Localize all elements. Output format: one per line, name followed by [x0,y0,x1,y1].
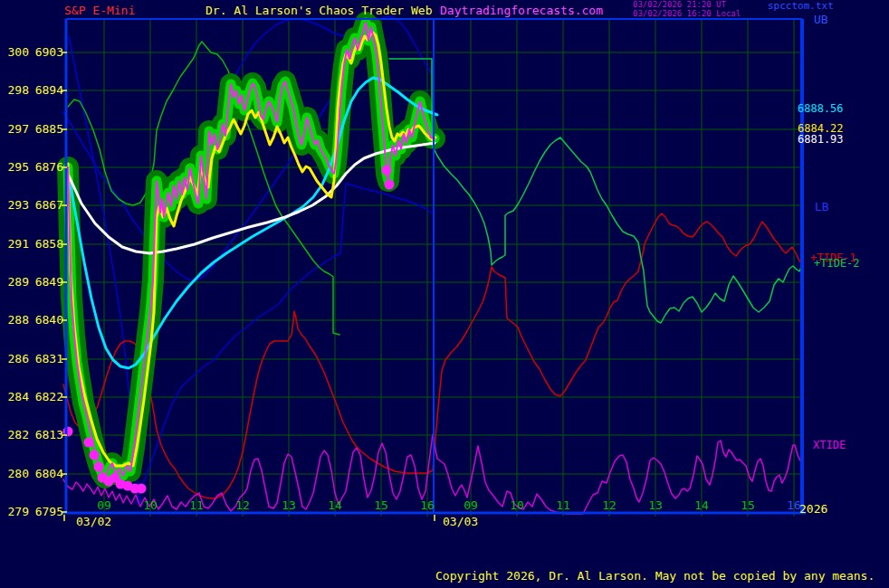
y-axis-label-spx: 282 [8,428,29,441]
x-axis-hour-label: 13 [648,498,663,512]
x-axis-hour-label: 12 [602,498,617,512]
x-axis-hour-label: 16 [420,498,435,512]
y-axis-label-spx: 288 [8,313,29,327]
x-axis-hour-label: 10 [510,498,524,512]
y-axis-label-spx: 293 [8,198,29,212]
y-axis-label-es: 6867 [35,198,63,212]
price-chart-canvas: 3006903298689429768852956876293686729168… [0,0,889,588]
y-axis-label-spx: 291 [8,237,29,251]
y-axis-label-spx: 300 [8,45,29,59]
y-axis-label-es: 6822 [35,390,63,403]
site-link[interactable]: Daytradingforecasts.com [440,5,603,17]
year-label: 2026 [799,503,827,516]
y-axis-label-spx: 295 [8,160,29,174]
x-axis-hour-label: 14 [328,498,342,512]
pivot-dots [94,462,104,472]
timestamp-local: 03/02/2026 16:20 Local [633,10,741,18]
x-axis-hour-label: 09 [97,498,111,512]
y-axis-label-es: 6903 [35,45,63,59]
y-axis-label-es: 6831 [35,352,63,365]
y-axis-label-es: 6795 [35,505,63,518]
y-axis-label-es: 6804 [35,467,63,480]
date-label-day1: 03/02 [76,516,111,528]
x-axis-hour-label: 10 [143,498,158,512]
pivot-dots [382,166,392,175]
pivot-dots [84,438,94,448]
y-axis-label-es: 6894 [35,83,63,97]
x-axis-hour-label: 09 [464,498,478,512]
lower-band-label: LB [815,201,829,213]
y-axis-label-spx: 289 [8,275,29,289]
xtide-legend: XTIDE [813,440,846,451]
chaos-trader-chart-window: 3006903298689429768852956876293686729168… [0,0,889,588]
x-axis-hour-label: 14 [694,498,709,512]
y-axis-label-es: 6885 [35,122,63,136]
pivot-dots [90,450,100,460]
cyan-ma-value: 6888.56 [798,103,844,115]
y-axis-label-es: 6876 [35,160,63,174]
page-title: Dr. Al Larson's Chaos Trader Web [206,5,432,17]
copyright-notice: Copyright 2026, Dr. Al Larson. May not b… [435,570,875,583]
date-label-day2: 03/03 [443,516,478,528]
y-axis-label-spx: 286 [8,352,29,365]
plus-tide2-green [389,59,802,323]
x-axis-hour-label: 15 [374,498,388,512]
y-axis-label-spx: 280 [8,467,29,480]
y-axis-label-spx: 284 [8,390,30,403]
pivot-dots [137,484,147,494]
y-axis-label-spx: 297 [8,122,29,136]
white-ma-value: 6881.93 [798,134,844,146]
upper-band-label: UB [814,14,828,26]
data-filename: spcctom.txt [768,1,834,12]
tide2-legend: +TIDE-2 [814,258,860,270]
y-axis-label-spx: 298 [8,83,29,97]
x-axis-hour-label: 11 [556,498,570,512]
pivot-dots [385,180,395,190]
y-axis-label-es: 6840 [35,313,63,327]
x-axis-hour-label: 11 [189,498,204,512]
instrument-label: S&P E-Mini [64,5,135,17]
blue-band-lower [136,184,433,503]
x-axis-hour-label: 15 [741,498,755,512]
y-axis-label-es: 6813 [35,428,63,441]
x-axis-hour-label: 13 [282,498,296,512]
x-axis-hour-label: 12 [235,498,250,512]
y-axis-label-spx: 279 [8,505,29,518]
y-axis-label-es: 6858 [35,237,63,251]
y-axis-label-es: 6849 [35,275,63,289]
